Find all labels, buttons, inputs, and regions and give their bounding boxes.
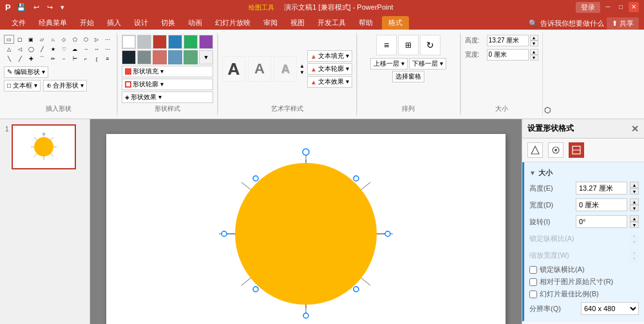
height-down[interactable]: ▼ — [530, 41, 538, 46]
style-swatch-6[interactable] — [199, 35, 213, 49]
style-swatch-4[interactable] — [168, 35, 182, 49]
art-scroll-down[interactable]: ▼ — [299, 70, 305, 75]
shape-rect2[interactable]: ▢ — [15, 35, 25, 44]
tab-view[interactable]: 视图 — [284, 16, 311, 30]
tab-file[interactable]: 文件 — [5, 16, 32, 30]
position-section[interactable]: ▶ 位置 — [522, 321, 644, 324]
style-swatch-10[interactable] — [168, 50, 182, 64]
tab-developer[interactable]: 开发工具 — [311, 16, 352, 30]
shape-effect-button[interactable]: ◈ 形状效果 ▾ — [122, 91, 213, 103]
style-swatch-2[interactable] — [137, 35, 151, 49]
height-spin-down[interactable]: ▼ — [630, 188, 639, 195]
shape-trapezoid[interactable]: ⏢ — [48, 35, 58, 44]
shape-tri[interactable]: △ — [4, 44, 14, 53]
shape-connector[interactable]: ⊢ — [70, 54, 80, 63]
panel-close-icon[interactable]: ✕ — [631, 124, 639, 134]
slide-canvas[interactable] — [106, 134, 506, 325]
quick-redo[interactable]: ↪ — [45, 3, 55, 12]
dialog-launcher[interactable]: ⬡ — [543, 104, 552, 116]
lock-ratio-checkbox[interactable] — [529, 266, 537, 274]
shape-diamond[interactable]: ◇ — [59, 35, 69, 44]
shape-r3[interactable]: ╲ — [4, 54, 14, 63]
shape-outline-button[interactable]: 形状轮廓 ▾ — [122, 79, 213, 90]
panel-tab-fill[interactable] — [548, 142, 564, 158]
style-swatch-3[interactable] — [153, 35, 167, 49]
shape-circle[interactable]: ◯ — [26, 44, 36, 53]
shape-more[interactable]: ⋯ — [102, 44, 113, 53]
shape-dblarrow[interactable]: ↔ — [91, 44, 102, 53]
tab-format[interactable]: 格式 — [382, 16, 409, 30]
rotate-input[interactable] — [576, 215, 627, 228]
tab-switch[interactable]: 切换 — [155, 16, 182, 30]
shape-arrow[interactable]: → — [80, 44, 91, 53]
move-up-button[interactable]: 上移一层 ▾ — [370, 58, 408, 70]
tab-design[interactable]: 设计 — [128, 16, 155, 30]
move-down-button[interactable]: 下移一层 ▾ — [409, 58, 446, 70]
slide-size-checkbox[interactable] — [529, 291, 537, 298]
width-down[interactable]: ▼ — [530, 55, 538, 61]
shape-rect1[interactable]: ▭ — [4, 35, 14, 44]
style-swatch-9[interactable] — [153, 50, 167, 64]
size-section-title[interactable]: ▼ 大小 — [529, 166, 639, 180]
height-input[interactable] — [487, 35, 529, 46]
shape-scribble[interactable]: ~ — [59, 54, 69, 63]
tab-slideshow[interactable]: 幻灯片放映 — [209, 16, 257, 30]
height-up[interactable]: ▲ — [530, 35, 538, 41]
select-pane-button[interactable]: 选择窗格 — [392, 71, 424, 82]
shape-r4[interactable]: ╱ — [15, 54, 25, 63]
share-button[interactable]: ⬆ 共享 — [607, 17, 639, 30]
shape-rounded[interactable]: ▣ — [26, 35, 36, 44]
rotate-spin-down[interactable]: ▼ — [630, 222, 639, 228]
shape-heptagon[interactable]: ▷ — [91, 35, 102, 44]
shape-pentagon[interactable]: ⬠ — [70, 35, 80, 44]
style-swatch-8[interactable] — [137, 50, 151, 64]
width-panel-input[interactable] — [576, 198, 627, 211]
quick-undo[interactable]: ↩ — [32, 3, 41, 12]
shape-star5[interactable]: ★ — [48, 44, 58, 53]
panel-tab-size[interactable] — [569, 142, 584, 158]
art-scroll-up[interactable]: ▲ — [299, 63, 305, 69]
width-spin-up[interactable]: ▲ — [630, 198, 639, 205]
art-letter-3[interactable]: A — [274, 56, 297, 82]
shape-caret[interactable]: ⌐ — [80, 54, 91, 63]
tab-start[interactable]: 开始 — [73, 16, 100, 30]
shape-line[interactable]: ╱ — [37, 44, 47, 53]
edit-shape-button[interactable]: ✎ 编辑形状 ▾ — [4, 66, 48, 78]
slide-thumbnail[interactable] — [12, 124, 76, 169]
textbox-button[interactable]: □ 文本框 ▾ — [4, 80, 41, 91]
style-swatch-7[interactable] — [122, 50, 136, 64]
shape-brace[interactable]: { — [91, 54, 102, 63]
rotate-spin-up[interactable]: ▲ — [630, 215, 639, 222]
shape-cross[interactable]: ✚ — [26, 54, 36, 63]
login-button[interactable]: 登录 — [576, 2, 600, 13]
text-outline-button[interactable]: ▲ 文本轮廓 ▾ — [307, 63, 352, 75]
style-swatch-scroll[interactable]: ▼ — [199, 50, 213, 64]
group-icon[interactable]: ⊞ — [398, 35, 419, 55]
tab-help[interactable]: 帮助 — [352, 16, 379, 30]
style-swatch-11[interactable] — [184, 50, 198, 64]
shape-cloud[interactable]: ☁ — [70, 44, 80, 53]
resolution-select[interactable]: 640 x 480 800 x 600 1024 x 768 — [581, 302, 639, 315]
shape-chevron[interactable]: ⋯ — [102, 35, 113, 44]
shape-freeform[interactable]: ✏ — [48, 54, 58, 63]
tab-review[interactable]: 审阅 — [257, 16, 284, 30]
shape-hexagon[interactable]: ⬡ — [80, 35, 91, 44]
height-spin-up[interactable]: ▲ — [630, 182, 639, 188]
rotate-icon[interactable]: ↻ — [420, 35, 440, 55]
close-button[interactable]: ✕ — [629, 2, 639, 12]
minimize-button[interactable]: ─ — [603, 2, 613, 12]
text-effect-button[interactable]: ▲ 文本效果 ▾ — [307, 76, 352, 88]
width-input[interactable] — [487, 49, 529, 61]
width-spin-down[interactable]: ▼ — [630, 205, 639, 211]
width-up[interactable]: ▲ — [530, 49, 538, 55]
text-fill-button[interactable]: ▲ 文本填充 ▾ — [307, 50, 352, 62]
shape-curve[interactable]: ⌒ — [37, 54, 47, 63]
quick-save[interactable]: 💾 — [15, 3, 28, 12]
shape-heart[interactable]: ♡ — [59, 44, 69, 53]
shape-rtri[interactable]: ◁ — [15, 44, 25, 53]
shape-parallelogram[interactable]: ▱ — [37, 35, 47, 44]
style-swatch-1[interactable] — [122, 35, 136, 49]
tab-insert[interactable]: 插入 — [100, 16, 128, 30]
align-icon[interactable]: ≡ — [376, 35, 397, 55]
shape-fill-button[interactable]: 形状填充 ▾ — [122, 66, 213, 77]
